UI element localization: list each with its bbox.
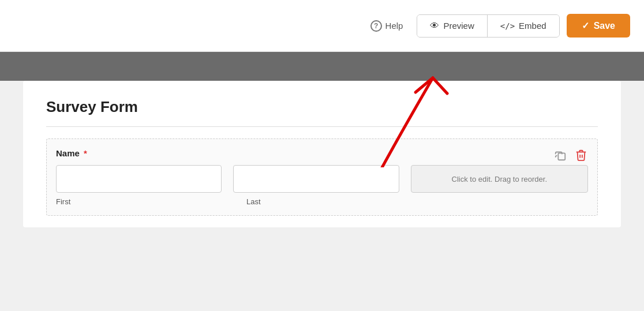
preview-label: Preview [443, 21, 474, 31]
delete-icon[interactable] [573, 147, 589, 163]
click-to-edit-box[interactable]: Click to edit. Drag to reorder. [411, 165, 588, 193]
first-name-input[interactable] [56, 165, 222, 193]
form-divider [46, 126, 598, 127]
check-icon: ✓ [582, 20, 589, 31]
eye-icon: 👁 [430, 21, 439, 31]
field-card-name: Name * [46, 138, 598, 216]
save-button[interactable]: ✓ Save [567, 14, 630, 38]
field-inputs: Click to edit. Drag to reorder. [56, 165, 588, 193]
field-label-name: Name * [56, 148, 588, 158]
form-container: Survey Form Name * [23, 81, 621, 227]
form-title: Survey Form [46, 98, 598, 116]
sublabel-last: Last [246, 197, 425, 206]
save-label: Save [594, 21, 615, 31]
sub-bar [0, 52, 644, 81]
preview-button[interactable]: 👁 Preview [417, 15, 487, 37]
main-content: Survey Form Name * [0, 81, 644, 227]
top-bar: ? Help 👁 Preview </> Embed ✓ Save [0, 0, 644, 52]
field-sublabels: First Last [56, 197, 588, 206]
code-icon: </> [500, 21, 515, 31]
help-label: Help [385, 21, 403, 31]
copy-icon[interactable] [552, 147, 568, 163]
embed-label: Embed [519, 21, 546, 31]
help-icon: ? [370, 20, 382, 32]
help-button[interactable]: ? Help [364, 16, 410, 36]
field-actions [552, 147, 589, 163]
last-name-input[interactable] [233, 165, 399, 193]
preview-embed-group: 👁 Preview </> Embed [417, 14, 559, 38]
required-indicator: * [81, 148, 87, 158]
sublabel-first: First [56, 197, 235, 206]
embed-button[interactable]: </> Embed [488, 15, 559, 37]
